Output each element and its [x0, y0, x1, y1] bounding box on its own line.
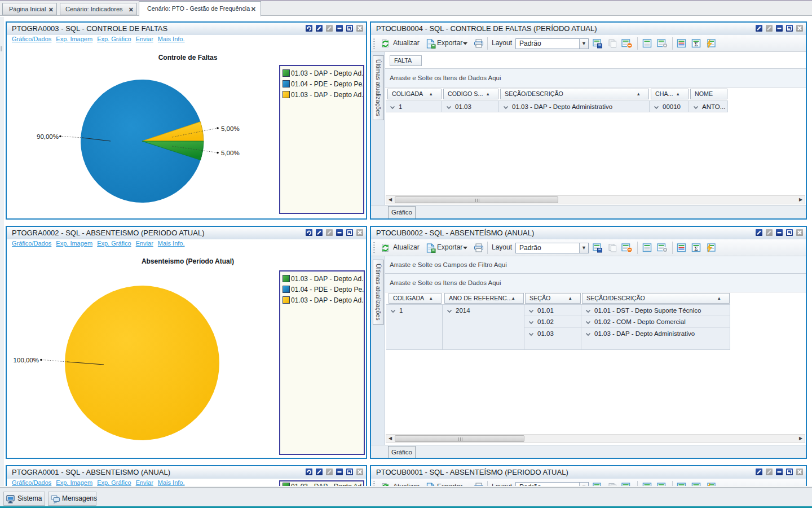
- svg-text:Σ: Σ: [694, 246, 698, 252]
- svg-text:100,00%: 100,00%: [14, 357, 39, 364]
- svg-text:5,00%: 5,00%: [221, 125, 240, 132]
- svg-text:5,00%: 5,00%: [221, 150, 240, 156]
- svg-text:90,00%: 90,00%: [37, 133, 59, 140]
- svg-text:Σ: Σ: [694, 41, 698, 47]
